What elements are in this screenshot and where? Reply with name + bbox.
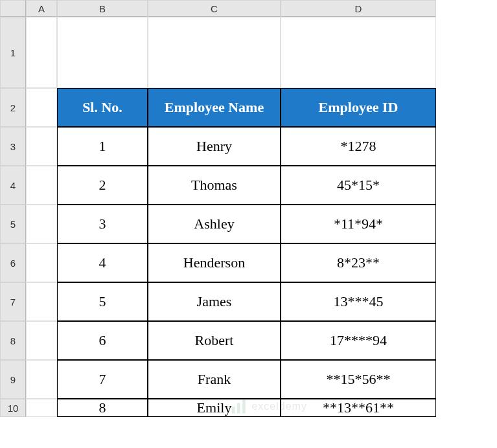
cell-a7[interactable] xyxy=(26,282,57,321)
table-row[interactable]: Thomas xyxy=(148,166,281,205)
table-row[interactable]: Henderson xyxy=(148,243,281,282)
table-row[interactable]: 2 xyxy=(57,166,148,205)
cell-a5[interactable] xyxy=(26,205,57,243)
table-row[interactable]: 7 xyxy=(57,360,148,399)
table-row[interactable]: *11*94* xyxy=(281,205,436,243)
col-header-a[interactable]: A xyxy=(26,0,57,17)
col-header-b[interactable]: B xyxy=(57,0,148,17)
table-row[interactable]: 5 xyxy=(57,282,148,321)
table-row[interactable]: James xyxy=(148,282,281,321)
table-row[interactable]: Emily xyxy=(148,399,281,417)
row-header-8[interactable]: 8 xyxy=(0,321,26,360)
cell-b1[interactable] xyxy=(57,17,148,88)
header-emp-name[interactable]: Employee Name xyxy=(148,88,281,127)
row-header-5[interactable]: 5 xyxy=(0,205,26,243)
select-all-corner[interactable] xyxy=(0,0,26,17)
table-row[interactable]: 6 xyxy=(57,321,148,360)
table-row[interactable]: Henry xyxy=(148,127,281,166)
cell-a3[interactable] xyxy=(26,127,57,166)
table-row[interactable]: 8 xyxy=(57,399,148,417)
row-header-4[interactable]: 4 xyxy=(0,166,26,205)
table-row[interactable]: 8*23** xyxy=(281,243,436,282)
header-emp-id[interactable]: Employee ID xyxy=(281,88,436,127)
table-row[interactable]: Ashley xyxy=(148,205,281,243)
cell-a9[interactable] xyxy=(26,360,57,399)
table-row[interactable]: 45*15* xyxy=(281,166,436,205)
cell-d1[interactable] xyxy=(281,17,436,88)
col-header-c[interactable]: C xyxy=(148,0,281,17)
cell-c1[interactable] xyxy=(148,17,281,88)
table-row[interactable]: 13***45 xyxy=(281,282,436,321)
table-row[interactable]: **15*56** xyxy=(281,360,436,399)
cell-a6[interactable] xyxy=(26,243,57,282)
col-header-d[interactable]: D xyxy=(281,0,436,17)
table-row[interactable]: 17****94 xyxy=(281,321,436,360)
table-row[interactable]: 1 xyxy=(57,127,148,166)
row-header-2[interactable]: 2 xyxy=(0,88,26,127)
table-row[interactable]: **13**61** xyxy=(281,399,436,417)
cell-a1[interactable] xyxy=(26,17,57,88)
row-header-6[interactable]: 6 xyxy=(0,243,26,282)
header-sl-no[interactable]: Sl. No. xyxy=(57,88,148,127)
row-header-3[interactable]: 3 xyxy=(0,127,26,166)
table-row[interactable]: 3 xyxy=(57,205,148,243)
table-row[interactable]: Robert xyxy=(148,321,281,360)
cell-a2[interactable] xyxy=(26,88,57,127)
cell-a10[interactable] xyxy=(26,399,57,417)
table-row[interactable]: Frank xyxy=(148,360,281,399)
row-header-9[interactable]: 9 xyxy=(0,360,26,399)
row-header-1[interactable]: 1 xyxy=(0,17,26,88)
cell-a8[interactable] xyxy=(26,321,57,360)
spreadsheet-grid: A B C D 1 2 Sl. No. Employee Name Employ… xyxy=(0,0,497,417)
row-header-7[interactable]: 7 xyxy=(0,282,26,321)
cell-a4[interactable] xyxy=(26,166,57,205)
table-row[interactable]: *1278 xyxy=(281,127,436,166)
row-header-10[interactable]: 10 xyxy=(0,399,26,417)
table-row[interactable]: 4 xyxy=(57,243,148,282)
